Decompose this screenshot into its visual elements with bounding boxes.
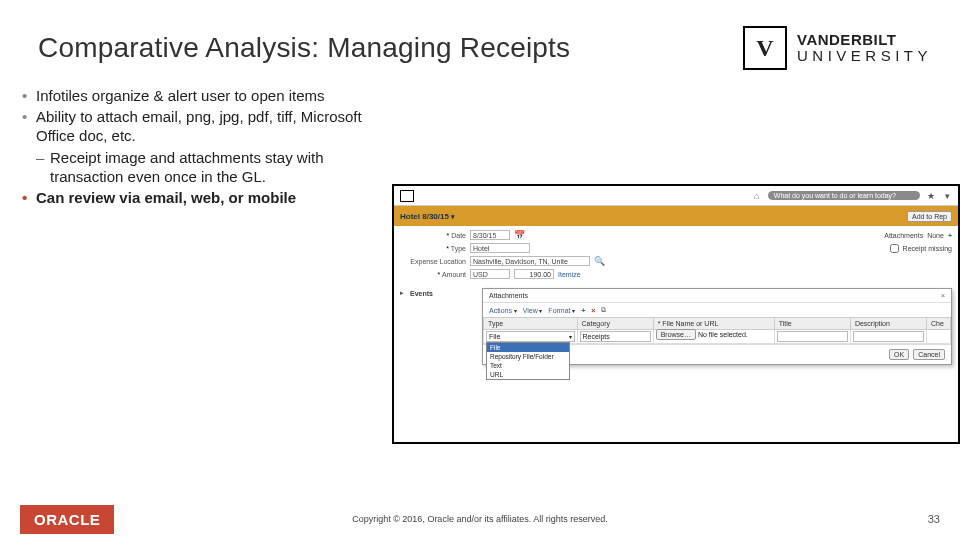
cancel-button[interactable]: Cancel (913, 349, 945, 360)
col-title: Title (774, 318, 850, 330)
location-label: Expense Location (400, 258, 466, 265)
currency-field[interactable]: USD (470, 269, 510, 279)
bullet-3: Can review via email, web, or mobile (22, 188, 392, 207)
type-option-file[interactable]: File (487, 343, 569, 352)
copyright-text: Copyright © 2016, Oracle and/or its affi… (352, 514, 608, 524)
type-select-dropdown: File Repository File/Folder Text URL (486, 342, 570, 380)
attachments-modal: Attachments × Actions View Format + × ⧉ … (482, 288, 952, 365)
bullet-list: Infotiles organize & alert user to open … (22, 86, 392, 444)
bullet-1: Infotiles organize & alert user to open … (22, 86, 392, 105)
attachments-label: Attachments (884, 232, 923, 239)
collapse-icon[interactable]: ▸ (400, 289, 404, 297)
logo-line1: VANDERBILT (797, 32, 932, 48)
category-field[interactable]: Receipts (580, 331, 651, 342)
attach-add-icon[interactable]: + (948, 232, 952, 239)
events-section[interactable]: Events (410, 290, 433, 297)
home-icon[interactable]: ⌂ (752, 191, 762, 201)
title-field[interactable] (777, 331, 848, 342)
amount-field[interactable]: 190.00 (514, 269, 554, 279)
logo-line2: UNIVERSITY (797, 48, 932, 64)
slide-footer: ORACLE Copyright © 2016, Oracle and/or i… (0, 498, 960, 540)
col-desc: Description (850, 318, 926, 330)
date-label: Date (451, 232, 466, 239)
add-row-icon[interactable]: + (581, 307, 585, 314)
page-title-bar: Hotel 8/30/15 Add to Rep (394, 206, 958, 226)
detach-icon[interactable]: ⧉ (601, 306, 606, 314)
view-menu[interactable]: View (523, 307, 543, 314)
table-row: File▾ File Repository File/Folder Text U… (484, 330, 951, 344)
type-select[interactable]: File▾ (486, 331, 575, 342)
ok-button[interactable]: OK (889, 349, 909, 360)
amount-label: Amount (442, 271, 466, 278)
delete-row-icon[interactable]: × (591, 307, 595, 314)
embedded-screenshot: ⌂ What do you want to do or learn today?… (392, 184, 960, 444)
modal-toolbar: Actions View Format + × ⧉ (483, 303, 951, 317)
search-icon[interactable]: 🔍 (594, 256, 604, 266)
dropdown-icon[interactable]: ▾ (942, 191, 952, 201)
date-field[interactable]: 8/30/15 (470, 230, 510, 240)
expense-title[interactable]: Hotel 8/30/15 (400, 212, 455, 221)
location-field[interactable]: Nashville, Davidson, TN, Unite (470, 256, 590, 266)
type-option-repo[interactable]: Repository File/Folder (487, 352, 569, 361)
col-checked: Che (927, 318, 951, 330)
search-input[interactable]: What do you want to do or learn today? (768, 191, 920, 200)
close-icon[interactable]: × (941, 292, 945, 299)
browse-button[interactable]: Browse… (656, 329, 696, 340)
actions-menu[interactable]: Actions (489, 307, 517, 314)
vu-mini-logo-icon (400, 190, 414, 202)
attachments-table: Type Category * File Name or URL Title D… (483, 317, 951, 344)
slide-header: Comparative Analysis: Managing Receipts … (0, 0, 960, 76)
vanderbilt-logo: V VANDERBILT UNIVERSITY (743, 26, 932, 70)
col-file: * File Name or URL (653, 318, 774, 330)
type-option-url[interactable]: URL (487, 370, 569, 379)
col-type: Type (484, 318, 578, 330)
calendar-icon[interactable]: 📅 (514, 230, 524, 240)
type-option-text[interactable]: Text (487, 361, 569, 370)
vanderbilt-mark-icon: V (743, 26, 787, 70)
page-number: 33 (928, 513, 940, 525)
modal-title: Attachments (489, 292, 528, 299)
bullet-2: Ability to attach email, png, jpg, pdf, … (22, 107, 392, 145)
app-topbar: ⌂ What do you want to do or learn today?… (394, 186, 958, 206)
type-label: Type (451, 245, 466, 252)
star-icon[interactable]: ★ (926, 191, 936, 201)
receipt-missing-checkbox[interactable] (890, 244, 899, 253)
add-to-report-button[interactable]: Add to Rep (907, 211, 952, 222)
bullet-2-sub: Receipt image and attachments stay with … (22, 148, 392, 186)
itemize-link[interactable]: Itemize (558, 271, 581, 278)
description-field[interactable] (853, 331, 924, 342)
attachments-value: None (927, 232, 944, 239)
file-status: No file selected. (698, 331, 748, 338)
receipt-missing-label: Receipt missing (903, 245, 952, 252)
col-category: Category (577, 318, 653, 330)
format-menu[interactable]: Format (548, 307, 575, 314)
type-field[interactable]: Hotel (470, 243, 530, 253)
slide-title: Comparative Analysis: Managing Receipts (38, 32, 570, 64)
oracle-logo: ORACLE (20, 505, 114, 534)
